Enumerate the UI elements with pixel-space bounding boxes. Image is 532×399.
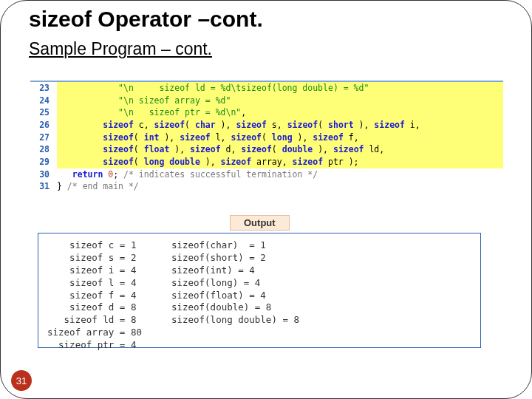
page-number-badge: 31 <box>11 370 32 391</box>
line-number: 24 <box>30 95 57 107</box>
code-text: sizeof( float ), sizeof d, sizeof( doubl… <box>57 143 503 156</box>
line-number: 27 <box>30 132 57 144</box>
output-column-1: sizeof c = 1 sizeof s = 2 sizeof i = 4 s… <box>47 239 142 341</box>
line-number: 31 <box>30 180 57 193</box>
code-text: sizeof( long double ), sizeof array, siz… <box>57 156 503 168</box>
code-line: 28 sizeof( float ), sizeof d, sizeof( do… <box>30 143 503 156</box>
code-block: 23 "\n sizeof ld = %d\tsizeof(long doubl… <box>30 81 503 193</box>
code-line: 30 return 0; /* indicates successful ter… <box>30 168 503 181</box>
page-number: 31 <box>16 375 27 386</box>
code-line: 27 sizeof( int ), sizeof l, sizeof( long… <box>30 132 503 144</box>
output-column-2: sizeof(char) = 1 sizeof(short) = 2 sizeo… <box>171 239 299 341</box>
slide-title: sizeof Operator –cont. <box>29 7 263 32</box>
code-text: sizeof( int ), sizeof l, sizeof( long ),… <box>57 132 503 144</box>
output-label: Output <box>230 215 290 231</box>
code-text: "\n sizeof ptr = %d\n", <box>57 106 503 119</box>
code-line: 23 "\n sizeof ld = %d\tsizeof(long doubl… <box>30 82 503 95</box>
slide-subtitle: Sample Program – cont. <box>29 39 212 59</box>
code-line: 29 sizeof( long double ), sizeof array, … <box>30 156 503 168</box>
code-line: 26 sizeof c, sizeof( char ), sizeof s, s… <box>30 119 503 132</box>
code-text: sizeof c, sizeof( char ), sizeof s, size… <box>57 119 503 132</box>
code-text: "\n sizeof array = %d" <box>57 95 503 107</box>
line-number: 25 <box>30 106 57 119</box>
code-text: } /* end main */ <box>57 180 503 193</box>
code-text: return 0; /* indicates successful termin… <box>57 168 503 181</box>
code-line: 31} /* end main */ <box>30 180 503 193</box>
code-line: 24 "\n sizeof array = %d" <box>30 95 503 107</box>
slide-frame: sizeof Operator –cont. Sample Program – … <box>0 0 532 399</box>
line-number: 30 <box>30 168 57 181</box>
line-number: 29 <box>30 156 57 168</box>
line-number: 28 <box>30 143 57 156</box>
code-text: "\n sizeof ld = %d\tsizeof(long double) … <box>57 82 503 95</box>
code-line: 25 "\n sizeof ptr = %d\n", <box>30 106 503 119</box>
output-box: sizeof c = 1 sizeof s = 2 sizeof i = 4 s… <box>38 233 481 348</box>
line-number: 26 <box>30 119 57 132</box>
line-number: 23 <box>30 82 57 95</box>
